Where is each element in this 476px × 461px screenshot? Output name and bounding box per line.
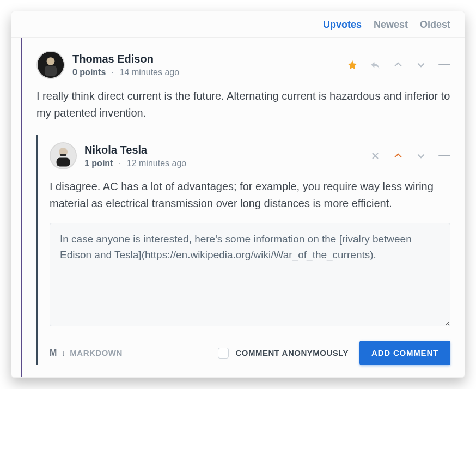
sort-newest[interactable]: Newest: [374, 19, 408, 31]
comment-thread: Thomas Edison 0 points · 14 minutes ago: [21, 38, 465, 377]
comment-meta: 0 points · 14 minutes ago: [72, 68, 179, 77]
svg-rect-2: [45, 66, 57, 76]
anonymous-label: COMMENT ANONYMOUSLY: [235, 348, 349, 357]
downvote-icon[interactable]: [416, 59, 426, 70]
comment-author-block: Nikola Tesla 1 point · 12 minutes ago: [50, 142, 186, 169]
markdown-toggle[interactable]: M ↓ MARKDOWN: [50, 348, 123, 358]
reply-icon[interactable]: [370, 59, 381, 70]
avatar[interactable]: [50, 142, 77, 169]
comment: Thomas Edison 0 points · 14 minutes ago: [36, 43, 450, 365]
editor-footer: M ↓ MARKDOWN COMMENT ANONYMOUSLY ADD COM…: [50, 341, 450, 365]
comment-actions: [347, 59, 450, 70]
downvote-icon[interactable]: [416, 150, 426, 161]
comment-meta: 1 point · 12 minutes ago: [84, 159, 186, 168]
separator-dot: ·: [112, 68, 114, 77]
reply-input[interactable]: [50, 223, 450, 326]
add-comment-button[interactable]: ADD COMMENT: [359, 341, 450, 365]
comment: Nikola Tesla 1 point · 12 minutes ago: [50, 135, 450, 365]
svg-rect-6: [57, 158, 70, 167]
comment-header: Nikola Tesla 1 point · 12 minutes ago: [50, 142, 450, 169]
comment-author-block: Thomas Edison 0 points · 14 minutes ago: [36, 51, 179, 79]
upvote-icon[interactable]: [393, 59, 404, 70]
comment-body: I really think direct current is the fut…: [36, 88, 450, 122]
svg-rect-5: [60, 154, 66, 156]
svg-point-1: [47, 57, 55, 65]
markdown-label: MARKDOWN: [70, 348, 122, 357]
close-icon[interactable]: [370, 150, 381, 161]
editor-footer-right: COMMENT ANONYMOUSLY ADD COMMENT: [218, 341, 450, 365]
author-name[interactable]: Thomas Edison: [72, 53, 179, 65]
timestamp: 12 minutes ago: [127, 159, 186, 168]
avatar[interactable]: [36, 51, 65, 79]
separator-dot: ·: [119, 159, 121, 168]
sort-bar: Upvotes Newest Oldest: [11, 11, 465, 38]
comment-header: Thomas Edison 0 points · 14 minutes ago: [36, 51, 450, 79]
comment-actions: [370, 150, 450, 161]
points-label: 1 point: [84, 159, 113, 168]
markdown-short: M: [50, 348, 57, 358]
timestamp: 14 minutes ago: [120, 68, 179, 77]
star-icon[interactable]: [347, 59, 358, 70]
anonymous-checkbox[interactable]: COMMENT ANONYMOUSLY: [218, 348, 349, 359]
comment-body: I disagree. AC has a lot of advantages; …: [50, 178, 450, 212]
collapse-icon[interactable]: [438, 155, 450, 156]
chevron-down-icon: ↓: [62, 349, 66, 357]
reply-thread: Nikola Tesla 1 point · 12 minutes ago: [36, 135, 450, 365]
checkbox-box[interactable]: [218, 348, 229, 359]
collapse-icon[interactable]: [438, 64, 450, 65]
author-name[interactable]: Nikola Tesla: [84, 144, 186, 156]
comment-widget: Upvotes Newest Oldest Thomas Edison 0 po…: [11, 11, 465, 378]
upvote-icon[interactable]: [393, 150, 404, 161]
sort-oldest[interactable]: Oldest: [420, 19, 450, 31]
points-label: 0 points: [72, 68, 106, 77]
sort-upvotes[interactable]: Upvotes: [323, 19, 362, 31]
